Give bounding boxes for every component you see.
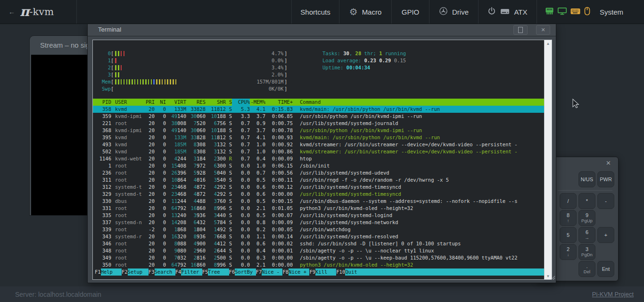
- process-row[interactable]: 1146kvmd-webt200424431842300R0.70.40:00.…: [93, 155, 544, 162]
- numpad-divider: [558, 190, 612, 191]
- project-link[interactable]: Pi-KVM Project: [592, 291, 634, 298]
- numpad-key-k8[interactable]: 8↑: [560, 210, 577, 226]
- process-row[interactable]: 311root2001086440163540S0.00.50:00.11/us…: [93, 176, 544, 184]
- numpad-key-k6[interactable]: 6→: [578, 227, 595, 243]
- logo[interactable]: ← π -kvm: [0, 0, 77, 24]
- column-header-cmd[interactable]: Command: [300, 99, 544, 106]
- fkey-action-filter[interactable]: Filter: [181, 268, 202, 276]
- process-row[interactable]: 329systemd-t2002346848724292S0.00.60:00.…: [93, 191, 544, 198]
- resize-grip[interactable]: [551, 274, 555, 282]
- cell-virt: 64792: [166, 205, 186, 212]
- fkey-action-setup[interactable]: Setup: [128, 268, 149, 276]
- numpad-key-star[interactable]: *: [578, 193, 595, 209]
- nav-item-atx[interactable]: ATX: [478, 0, 537, 24]
- scroll-up-icon[interactable]: ▲: [545, 40, 552, 47]
- cell-cpu: 0.0: [232, 184, 250, 191]
- fkey-action-sortby[interactable]: SortBy: [235, 268, 256, 276]
- process-row[interactable]: 221root2003800875206756S0.70.90:00.75/us…: [93, 120, 544, 127]
- cell-user: root: [115, 162, 143, 169]
- process-row[interactable]: 312systemd-t2002346848724292S0.00.60:00.…: [93, 184, 544, 191]
- numpad-key-nus[interactable]: N/US: [578, 171, 595, 187]
- back-arrow-icon[interactable]: ←: [8, 8, 15, 16]
- column-header-virt[interactable]: VIRT: [166, 99, 186, 106]
- fkey-action-quit[interactable]: Quit: [345, 268, 366, 276]
- numpad-close-icon[interactable]: ✕: [606, 159, 611, 167]
- nav-item-system[interactable]: System: [537, 0, 644, 24]
- process-row[interactable]: 502kvmd200185M83083132S0.71.00:00.86kvmd…: [93, 148, 544, 155]
- process-row[interactable]: 368kvmd-ipmi200491403006010188S0.73.70:0…: [93, 127, 544, 134]
- column-header-pri[interactable]: PRI: [143, 99, 155, 106]
- numpad-key-k9[interactable]: 9PgUp: [578, 210, 595, 226]
- footer-bar: Server: localhost.localdomain Pi-KVM Pro…: [0, 286, 644, 302]
- cell-cpu: 0.0: [232, 261, 250, 268]
- cell-user: systemd-t: [115, 184, 143, 191]
- process-row[interactable]: 349root200703228162500S0.00.30:00.00/sbi…: [93, 254, 544, 261]
- process-row[interactable]: 359kvmd-ipmi200491403006010188S3.33.70:0…: [93, 113, 544, 120]
- terminal-scrollbar[interactable]: ▲ ▼: [544, 40, 552, 279]
- cell-s: S: [226, 184, 232, 191]
- column-header-cpu[interactable]: CPU%: [232, 99, 250, 106]
- cell-ni: 0: [155, 113, 166, 120]
- fkey-action-nice-[interactable]: Nice +: [289, 268, 309, 276]
- fkey-action-tree[interactable]: Tree: [208, 268, 229, 276]
- cell-res: 3936: [186, 212, 206, 219]
- numpad-key-k2[interactable]: 2↓: [560, 244, 577, 260]
- column-header-ni[interactable]: NI: [155, 99, 166, 106]
- process-row[interactable]: 395kvmd200133M3382811812S0.74.10:00.93kv…: [93, 134, 544, 141]
- cell-virt: 38008: [166, 120, 186, 127]
- cell-user: root: [115, 120, 143, 127]
- fkey-action-help[interactable]: Help: [101, 268, 122, 276]
- cell-pid: 329: [93, 191, 111, 198]
- process-row[interactable]: 346root200808849004412S0.00.60:00.02sshd…: [93, 240, 544, 247]
- cell-time: 0:00.09: [265, 219, 293, 226]
- cell-shr: 4412: [206, 240, 226, 247]
- nav-item-gpio[interactable]: GPIO: [391, 0, 429, 24]
- cell-res: 4488: [186, 198, 206, 205]
- process-row[interactable]: 493kvmd200185M83083132S0.71.00:00.92kvmd…: [93, 141, 544, 148]
- fkey-action-search[interactable]: Search: [155, 268, 175, 276]
- numpad-key-minus[interactable]: -: [597, 193, 614, 209]
- maximize-button[interactable]: [513, 25, 528, 35]
- cell-res: 7520: [186, 120, 206, 127]
- cell-pri: 20: [143, 106, 155, 113]
- process-row[interactable]: 348root200908029602644S0.00.40:00.01/sbi…: [93, 247, 544, 254]
- numpad-key-k5[interactable]: 5: [560, 227, 577, 243]
- cell-res: 4872: [186, 191, 206, 198]
- numpad-key-k3[interactable]: 3PgDn: [578, 244, 595, 260]
- process-row[interactable]: 358kvmd200133M3382811812S5.34.10:15.83kv…: [93, 106, 544, 113]
- nav-item-shortcuts[interactable]: Shortcuts: [291, 0, 339, 24]
- nav-item-drive[interactable]: Drive: [429, 0, 478, 24]
- nav-item-macro[interactable]: ⚙ Macro: [339, 0, 391, 24]
- numpad-key-pwr[interactable]: PWR: [597, 171, 614, 187]
- process-row[interactable]: 343systemd-r2001632089367668S0.01.10:00.…: [93, 233, 544, 240]
- terminal-window-header[interactable]: Terminal ✕: [88, 23, 556, 36]
- column-header-shr[interactable]: SHR: [206, 99, 226, 106]
- numpad-key-slash[interactable]: /: [560, 193, 577, 209]
- numpad-key-plus[interactable]: +: [597, 227, 614, 243]
- process-row[interactable]: 339root-20186818041492S0.00.20:00.05/usr…: [93, 226, 544, 233]
- cell-cpu: 0.0: [232, 191, 250, 198]
- cell-mem: 1.1: [250, 233, 265, 240]
- close-button[interactable]: ✕: [536, 25, 550, 35]
- fkey-action-kill[interactable]: Kill: [315, 268, 336, 276]
- cell-mem: 1.0: [250, 141, 265, 148]
- process-row[interactable]: 330dbus2001124444883760S0.00.50:00.15/us…: [93, 198, 544, 205]
- process-row[interactable]: 1root2001540879726300S0.01.00:06.15/sbin…: [93, 162, 544, 169]
- cell-pid: 312: [93, 184, 111, 191]
- process-row[interactable]: 331root20064792168608996S0.02.10:01.05py…: [93, 205, 544, 212]
- column-header-user[interactable]: USER: [115, 99, 143, 106]
- column-header-time[interactable]: TIME+: [265, 99, 293, 106]
- column-header-s[interactable]: S: [226, 99, 232, 106]
- numpad-key-ent[interactable]: Ent: [597, 261, 614, 277]
- terminal-content[interactable]: 0[4.7%]1[0.0%]2[3.4%]3[2.0%]Mem[157M/801…: [92, 40, 552, 280]
- process-row[interactable]: 335root2001324039363440S0.00.50:00.07/us…: [93, 212, 544, 219]
- fkey-action-nice-[interactable]: Nice -: [262, 268, 282, 276]
- process-row[interactable]: 236root2002639659285040S0.00.70:00.56/us…: [93, 169, 544, 176]
- cell-pid: 335: [93, 212, 111, 219]
- column-header-pid[interactable]: PID: [93, 99, 111, 106]
- column-header-mem[interactable]: -MEM%: [250, 99, 265, 106]
- column-header-res[interactable]: RES: [186, 99, 206, 106]
- process-row[interactable]: 350root20064792168608996S0.02.10:00.00py…: [93, 261, 544, 268]
- numpad-key-dot[interactable]: .Del: [578, 261, 595, 277]
- process-row[interactable]: 337systemd-n2001420864325784S0.00.80:00.…: [93, 219, 544, 226]
